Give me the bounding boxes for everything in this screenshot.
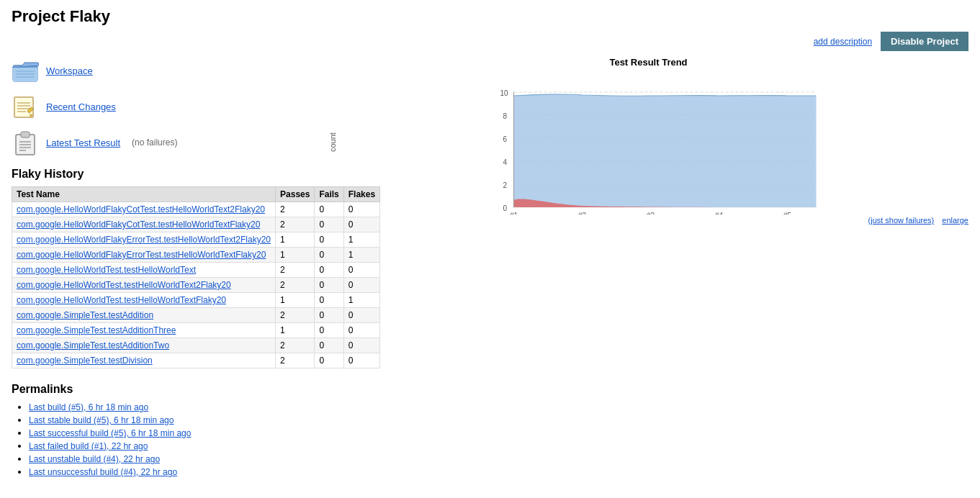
top-bar: add description Disable Project: [12, 32, 968, 51]
test-name-cell: com.google.SimpleTest.testAddition: [12, 308, 276, 323]
svg-text:8: 8: [503, 112, 508, 120]
passes-cell: 2: [276, 263, 315, 278]
chart-area: count 0 2 4 6 8 10: [328, 71, 968, 214]
test-name-link[interactable]: com.google.HelloWorldTest.testHelloWorld…: [17, 265, 196, 275]
test-name-cell: com.google.SimpleTest.testAdditionTwo: [12, 338, 276, 353]
passes-cell: 2: [276, 278, 315, 293]
test-name-link[interactable]: com.google.SimpleTest.testAdditionThree: [17, 325, 176, 335]
latest-test-result-nav-item: Latest Test Result (no failures): [12, 129, 314, 156]
test-name-cell: com.google.HelloWorldFlakyErrorTest.test…: [12, 232, 276, 248]
test-name-link[interactable]: com.google.SimpleTest.testAdditionTwo: [17, 340, 169, 350]
test-name-link[interactable]: com.google.HelloWorldFlakyErrorTest.test…: [17, 250, 266, 260]
left-panel: Workspace Recent Changes: [12, 57, 314, 479]
table-row: com.google.HelloWorldFlakyErrorTest.test…: [12, 232, 380, 248]
passes-cell: 2: [276, 217, 315, 232]
col-header-test-name: Test Name: [12, 187, 276, 202]
svg-text:4: 4: [503, 158, 508, 166]
test-name-cell: com.google.SimpleTest.testDivision: [12, 353, 276, 368]
test-name-cell: com.google.HelloWorldTest.testHelloWorld…: [12, 293, 276, 308]
chart-svg: 0 2 4 6 8 10: [340, 71, 968, 214]
passes-cell: 2: [276, 202, 315, 217]
permalink-item: Last successful build (#5), 6 hr 18 min …: [29, 427, 314, 438]
passes-cell: 1: [276, 323, 315, 338]
test-name-link[interactable]: com.google.SimpleTest.testAddition: [17, 310, 153, 320]
permalink-link[interactable]: Last unstable build (#4), 22 hr ago: [29, 454, 160, 464]
test-name-cell: com.google.HelloWorldTest.testHelloWorld…: [12, 278, 276, 293]
passes-cell: 2: [276, 338, 315, 353]
svg-text:6: 6: [503, 135, 508, 143]
permalink-item: Last build (#5), 6 hr 18 min ago: [29, 402, 314, 412]
permalinks-title: Permalinks: [12, 383, 314, 396]
table-row: com.google.SimpleTest.testAddition200: [12, 308, 380, 323]
svg-text:#2: #2: [578, 212, 587, 214]
enlarge-link[interactable]: enlarge: [942, 216, 968, 225]
latest-test-result-note: (no failures): [132, 137, 177, 148]
page-title: Project Flaky: [12, 7, 968, 26]
svg-text:0: 0: [503, 204, 508, 212]
table-row: com.google.HelloWorldFlakyErrorTest.test…: [12, 248, 380, 263]
test-name-link[interactable]: com.google.HelloWorldFlakyErrorTest.test…: [17, 235, 271, 245]
test-name-cell: com.google.HelloWorldFlakyCotTest.testHe…: [12, 202, 276, 217]
table-row: com.google.HelloWorldFlakyCotTest.testHe…: [12, 217, 380, 232]
permalink-link[interactable]: Last build (#5), 6 hr 18 min ago: [29, 402, 148, 412]
passes-cell: 1: [276, 293, 315, 308]
test-name-cell: com.google.HelloWorldFlakyCotTest.testHe…: [12, 217, 276, 232]
permalink-link[interactable]: Last successful build (#5), 6 hr 18 min …: [29, 428, 191, 438]
latest-test-result-link[interactable]: Latest Test Result: [46, 137, 120, 148]
test-name-link[interactable]: com.google.SimpleTest.testDivision: [17, 356, 153, 366]
table-row: com.google.HelloWorldTest.testHelloWorld…: [12, 278, 380, 293]
add-description-link[interactable]: add description: [814, 37, 872, 47]
recent-changes-link[interactable]: Recent Changes: [46, 101, 116, 112]
table-row: com.google.HelloWorldTest.testHelloWorld…: [12, 293, 380, 308]
recent-changes-nav-item: Recent Changes: [12, 93, 314, 120]
workspace-link[interactable]: Workspace: [46, 65, 93, 76]
table-row: com.google.SimpleTest.testDivision200: [12, 353, 380, 368]
main-layout: Workspace Recent Changes: [12, 57, 968, 479]
chart-links: (just show failures) enlarge: [328, 216, 968, 225]
permalink-item: Last failed build (#1), 22 hr ago: [29, 440, 314, 451]
chart-container: Test Result Trend count 0 2 4 6 8 10: [328, 57, 968, 225]
workspace-icon: [12, 57, 39, 84]
test-name-cell: com.google.SimpleTest.testAdditionThree: [12, 323, 276, 338]
permalink-link[interactable]: Last stable build (#5), 6 hr 18 min ago: [29, 415, 174, 425]
passes-cell: 1: [276, 232, 315, 248]
permalinks-section: Permalinks Last build (#5), 6 hr 18 min …: [12, 383, 314, 477]
svg-text:#5: #5: [783, 212, 792, 214]
latest-test-result-icon: [12, 129, 39, 156]
svg-text:#3: #3: [647, 212, 655, 214]
test-name-link[interactable]: com.google.HelloWorldTest.testHelloWorld…: [17, 295, 226, 305]
passes-cell: 2: [276, 353, 315, 368]
test-name-link[interactable]: com.google.HelloWorldFlakyCotTest.testHe…: [17, 204, 265, 214]
table-row: com.google.HelloWorldTest.testHelloWorld…: [12, 263, 380, 278]
permalinks-list: Last build (#5), 6 hr 18 min agoLast sta…: [29, 402, 314, 477]
test-name-cell: com.google.HelloWorldFlakyErrorTest.test…: [12, 248, 276, 263]
just-show-failures-link[interactable]: (just show failures): [868, 216, 935, 225]
permalink-link[interactable]: Last unsuccessful build (#4), 22 hr ago: [29, 467, 177, 477]
test-name-cell: com.google.HelloWorldTest.testHelloWorld…: [12, 263, 276, 278]
svg-rect-13: [21, 132, 30, 137]
table-row: com.google.HelloWorldFlakyCotTest.testHe…: [12, 202, 380, 217]
svg-text:10: 10: [500, 89, 509, 97]
svg-text:#4: #4: [715, 212, 724, 214]
svg-text:#1: #1: [510, 212, 518, 214]
flaky-history-title: Flaky History: [12, 168, 314, 181]
recent-changes-icon: [12, 93, 39, 120]
permalink-item: Last unsuccessful build (#4), 22 hr ago: [29, 466, 314, 477]
passes-cell: 2: [276, 308, 315, 323]
permalink-item: Last unstable build (#4), 22 hr ago: [29, 453, 314, 464]
permalink-item: Last stable build (#5), 6 hr 18 min ago: [29, 415, 314, 425]
col-header-passes: Passes: [276, 187, 315, 202]
table-row: com.google.SimpleTest.testAdditionTwo200: [12, 338, 380, 353]
workspace-nav-item: Workspace: [12, 57, 314, 84]
chart-title: Test Result Trend: [328, 57, 968, 68]
passes-cell: 1: [276, 248, 315, 263]
test-name-link[interactable]: com.google.HelloWorldFlakyCotTest.testHe…: [17, 219, 260, 230]
chart-y-label: count: [328, 71, 337, 214]
table-row: com.google.SimpleTest.testAdditionThree1…: [12, 323, 380, 338]
svg-text:2: 2: [503, 181, 508, 189]
disable-project-button[interactable]: Disable Project: [881, 32, 968, 51]
flaky-history-table: Test Name Passes Fails Flakes com.google…: [12, 186, 380, 368]
right-panel: Test Result Trend count 0 2 4 6 8 10: [328, 57, 968, 479]
permalink-link[interactable]: Last failed build (#1), 22 hr ago: [29, 441, 148, 451]
test-name-link[interactable]: com.google.HelloWorldTest.testHelloWorld…: [17, 280, 231, 290]
